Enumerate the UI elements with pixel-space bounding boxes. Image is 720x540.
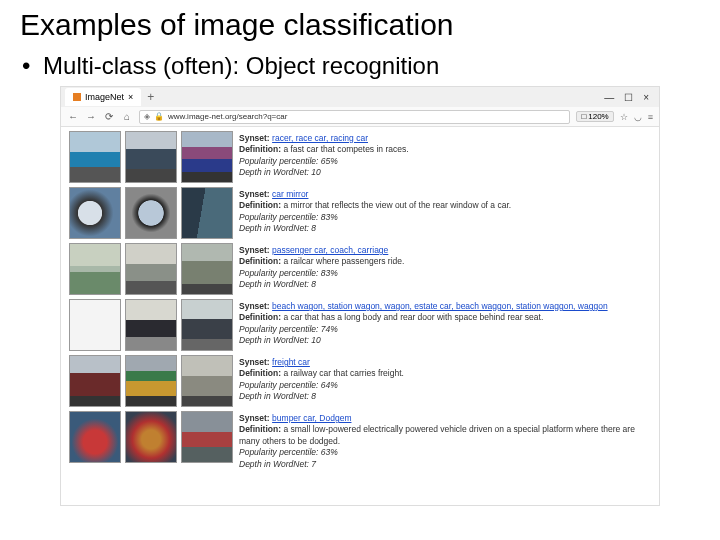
definition-label: Definition: [239,312,281,322]
depth-value: 8 [311,391,316,401]
popularity-value: 83% [321,212,338,222]
popularity-label: Popularity percentile: [239,380,318,390]
result-row: Synset: beach wagon, station wagon, wago… [69,299,651,351]
definition-text: a car that has a long body and rear door… [283,312,543,322]
definition-text: a small low-powered electrically powered… [239,424,635,445]
result-thumbnail[interactable] [69,131,121,183]
browser-window: ImageNet × + — ☐ × ← → ⟳ ⌂ ◈ 🔒 www.image… [60,86,660,506]
menu-icon[interactable]: ≡ [648,112,653,122]
result-row: Synset: racer, race car, racing car Defi… [69,131,651,183]
definition-text: a mirror that reflects the view out of t… [283,200,511,210]
browser-tab[interactable]: ImageNet × [65,88,141,106]
depth-value: 8 [311,279,316,289]
synset-link[interactable]: car mirror [272,189,308,199]
definition-label: Definition: [239,424,281,434]
pocket-icon[interactable]: ◡ [634,112,642,122]
result-thumbnail[interactable] [125,187,177,239]
popularity-label: Popularity percentile: [239,268,318,278]
result-thumbnail[interactable] [69,243,121,295]
result-thumbnail[interactable] [181,355,233,407]
definition-label: Definition: [239,200,281,210]
depth-label: Depth in WordNet: [239,223,309,233]
url-input[interactable]: ◈ 🔒 www.image-net.org/search?q=car [139,110,570,124]
shield-icon: ◈ [144,112,150,121]
depth-label: Depth in WordNet: [239,167,309,177]
definition-label: Definition: [239,368,281,378]
popularity-value: 65% [321,156,338,166]
synset-link[interactable]: bumper car, Dodgem [272,413,351,423]
popularity-value: 63% [321,447,338,457]
result-thumbnail[interactable] [69,187,121,239]
definition-text: a railcar where passengers ride. [283,256,404,266]
popularity-label: Popularity percentile: [239,324,318,334]
forward-button[interactable]: → [85,111,97,122]
result-thumbnail[interactable] [181,411,233,463]
depth-label: Depth in WordNet: [239,279,309,289]
result-thumbnail[interactable] [181,131,233,183]
depth-label: Depth in WordNet: [239,459,309,469]
popularity-value: 74% [321,324,338,334]
synset-label: Synset: [239,301,270,311]
definition-text: a railway car that carries freight. [283,368,403,378]
result-thumbnail[interactable] [69,299,121,351]
synset-link[interactable]: beach wagon, station wagon, wagon, estat… [272,301,608,311]
result-thumbnail[interactable] [69,355,121,407]
tab-bar: ImageNet × + — ☐ × [61,87,659,107]
popularity-label: Popularity percentile: [239,156,318,166]
definition-label: Definition: [239,256,281,266]
tab-label: ImageNet [85,92,124,102]
zoom-indicator[interactable]: □ 120% [576,111,613,122]
definition-text: a fast car that competes in races. [283,144,408,154]
result-thumbnail[interactable] [125,411,177,463]
depth-label: Depth in WordNet: [239,391,309,401]
lock-icon: 🔒 [154,112,164,121]
depth-value: 10 [311,167,320,177]
url-text: www.image-net.org/search?q=car [168,112,565,121]
synset-link[interactable]: racer, race car, racing car [272,133,368,143]
bookmark-star-icon[interactable]: ☆ [620,112,628,122]
synset-label: Synset: [239,245,270,255]
reload-button[interactable]: ⟳ [103,111,115,122]
popularity-value: 64% [321,380,338,390]
synset-label: Synset: [239,357,270,367]
depth-label: Depth in WordNet: [239,335,309,345]
depth-value: 7 [311,459,316,469]
slide-bullet: Multi-class (often): Object recognition [40,52,700,80]
popularity-label: Popularity percentile: [239,212,318,222]
favicon-icon [73,93,81,101]
result-row: Synset: car mirror Definition: a mirror … [69,187,651,239]
result-row: Synset: bumper car, Dodgem Definition: a… [69,411,651,470]
new-tab-button[interactable]: + [147,90,154,104]
address-bar: ← → ⟳ ⌂ ◈ 🔒 www.image-net.org/search?q=c… [61,107,659,127]
result-thumbnail[interactable] [125,243,177,295]
depth-value: 8 [311,223,316,233]
minimize-icon[interactable]: — [604,92,614,103]
result-thumbnail[interactable] [181,243,233,295]
depth-value: 10 [311,335,320,345]
maximize-icon[interactable]: ☐ [624,92,633,103]
result-thumbnail[interactable] [69,411,121,463]
tab-close-icon[interactable]: × [128,92,133,102]
result-row: Synset: passenger car, coach, carriage D… [69,243,651,295]
synset-label: Synset: [239,413,270,423]
back-button[interactable]: ← [67,111,79,122]
synset-label: Synset: [239,133,270,143]
results-list: Synset: racer, race car, racing car Defi… [61,127,659,507]
result-thumbnail[interactable] [125,131,177,183]
synset-link[interactable]: freight car [272,357,310,367]
home-button[interactable]: ⌂ [121,111,133,122]
result-row: Synset: freight car Definition: a railwa… [69,355,651,407]
definition-label: Definition: [239,144,281,154]
result-thumbnail[interactable] [181,299,233,351]
result-thumbnail[interactable] [125,355,177,407]
zoom-value: 120% [588,112,608,121]
synset-link[interactable]: passenger car, coach, carriage [272,245,388,255]
result-thumbnail[interactable] [125,299,177,351]
result-thumbnail[interactable] [181,187,233,239]
synset-label: Synset: [239,189,270,199]
popularity-value: 83% [321,268,338,278]
close-icon[interactable]: × [643,92,649,103]
slide-title: Examples of image classification [20,8,700,42]
zoom-icon: □ [581,112,586,121]
popularity-label: Popularity percentile: [239,447,318,457]
